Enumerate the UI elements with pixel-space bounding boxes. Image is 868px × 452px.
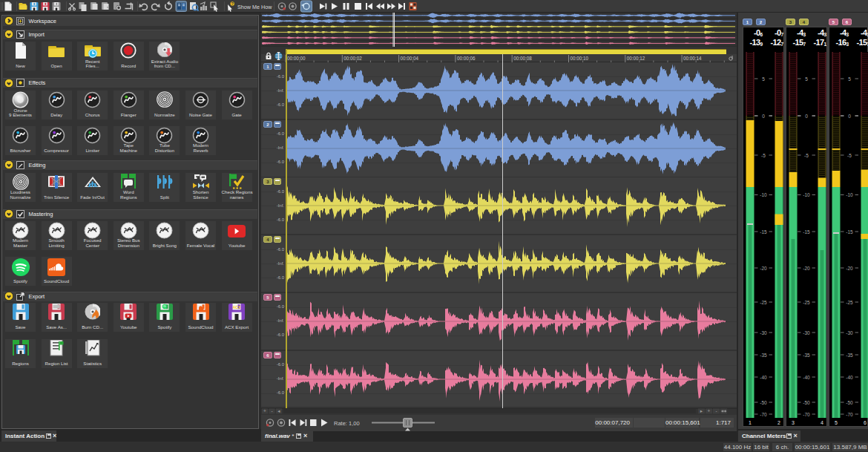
svg-text:-70: -70 bbox=[846, 412, 853, 417]
svg-text:-5: -5 bbox=[847, 153, 852, 158]
svg-text:-35: -35 bbox=[846, 353, 853, 358]
svg-text:-70: -70 bbox=[760, 412, 767, 417]
svg-text:+: + bbox=[263, 408, 266, 413]
svg-text:-40: -40 bbox=[803, 375, 810, 380]
svg-text:0: 0 bbox=[805, 114, 808, 119]
svg-text:-50: -50 bbox=[803, 400, 810, 405]
svg-text:0: 0 bbox=[848, 114, 851, 119]
svg-text:-25: -25 bbox=[846, 300, 853, 305]
svg-text:-25: -25 bbox=[803, 300, 810, 305]
svg-text:-5: -5 bbox=[804, 153, 809, 158]
svg-text:Rate: 1,00: Rate: 1,00 bbox=[334, 419, 360, 426]
svg-text:-20: -20 bbox=[803, 266, 810, 271]
svg-text:-40: -40 bbox=[846, 375, 853, 380]
svg-text:-10: -10 bbox=[760, 192, 767, 197]
svg-text:-10: -10 bbox=[846, 192, 853, 197]
svg-text:00:00:02: 00:00:02 bbox=[343, 56, 362, 61]
svg-text:5: 5 bbox=[848, 76, 851, 82]
svg-text:-70: -70 bbox=[803, 412, 810, 417]
svg-text:3: 3 bbox=[792, 420, 795, 425]
svg-text:5: 5 bbox=[762, 76, 765, 82]
svg-text:00:00:08: 00:00:08 bbox=[513, 56, 532, 61]
svg-text:-: - bbox=[271, 408, 272, 413]
svg-text:-35: -35 bbox=[760, 353, 767, 358]
svg-text:-30: -30 bbox=[760, 330, 767, 335]
svg-text:-15: -15 bbox=[803, 229, 810, 235]
svg-text:00:00:06: 00:00:06 bbox=[457, 56, 476, 61]
svg-text:ACX: ACX bbox=[233, 305, 241, 309]
svg-text:-15: -15 bbox=[846, 229, 853, 235]
svg-text:Show Me How: Show Me How bbox=[237, 4, 272, 10]
svg-text:-5: -5 bbox=[761, 153, 766, 158]
svg-text:5: 5 bbox=[835, 420, 838, 425]
svg-text:-20: -20 bbox=[760, 266, 767, 271]
svg-text:+: + bbox=[708, 408, 711, 413]
svg-text:00:00:14: 00:00:14 bbox=[683, 56, 702, 61]
svg-text:00:00:10: 00:00:10 bbox=[571, 56, 589, 61]
svg-text:-50: -50 bbox=[760, 400, 767, 405]
svg-text:5: 5 bbox=[805, 76, 808, 82]
svg-text:4: 4 bbox=[821, 420, 823, 425]
svg-text:00:00:12: 00:00:12 bbox=[627, 56, 645, 61]
svg-text:00:00:04: 00:00:04 bbox=[401, 56, 419, 61]
svg-text:-35: -35 bbox=[803, 353, 810, 358]
svg-text:-25: -25 bbox=[760, 300, 767, 305]
svg-text:-30: -30 bbox=[846, 330, 853, 335]
svg-text:-50: -50 bbox=[846, 400, 853, 405]
svg-text:-20: -20 bbox=[846, 266, 853, 271]
svg-text:-10: -10 bbox=[803, 192, 810, 197]
svg-text:1: 1 bbox=[749, 420, 752, 425]
svg-text:0: 0 bbox=[762, 114, 765, 119]
svg-text:6: 6 bbox=[864, 420, 867, 425]
svg-text:-15: -15 bbox=[760, 229, 767, 235]
svg-text:-: - bbox=[715, 408, 717, 413]
svg-text:-30: -30 bbox=[803, 330, 810, 335]
svg-text:-40: -40 bbox=[760, 375, 767, 380]
svg-text:00:00:00: 00:00:00 bbox=[287, 56, 306, 61]
svg-text:2: 2 bbox=[777, 420, 780, 425]
